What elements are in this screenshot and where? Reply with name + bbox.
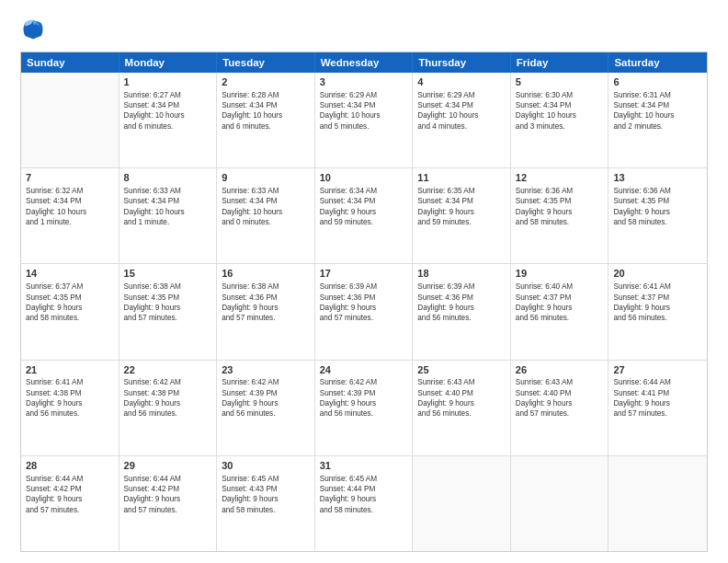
day-number: 13 [613,171,702,185]
calendar-row: 14Sunrise: 6:37 AMSunset: 4:35 PMDayligh… [21,264,707,360]
day-number: 4 [417,75,506,89]
day-number: 24 [320,363,408,377]
calendar-header-day: Friday [511,52,609,73]
calendar-cell: 14Sunrise: 6:37 AMSunset: 4:35 PMDayligh… [21,264,119,359]
calendar-cell [413,456,511,551]
calendar-cell: 13Sunrise: 6:36 AMSunset: 4:35 PMDayligh… [609,168,707,263]
calendar-header-day: Monday [119,52,218,73]
calendar-row: 28Sunrise: 6:44 AMSunset: 4:42 PMDayligh… [21,456,707,551]
calendar-cell: 24Sunrise: 6:42 AMSunset: 4:39 PMDayligh… [315,361,414,455]
day-number: 14 [26,267,114,281]
day-number: 31 [320,459,408,473]
cell-info: Sunrise: 6:29 AMSunset: 4:34 PMDaylight:… [417,90,506,132]
day-number: 3 [320,75,408,89]
cell-info: Sunrise: 6:42 AMSunset: 4:38 PMDaylight:… [124,377,212,419]
day-number: 9 [222,171,310,185]
calendar-cell: 20Sunrise: 6:41 AMSunset: 4:37 PMDayligh… [609,264,707,359]
header [20,17,708,42]
calendar-cell: 23Sunrise: 6:42 AMSunset: 4:39 PMDayligh… [217,361,315,455]
calendar-cell: 4Sunrise: 6:29 AMSunset: 4:34 PMDaylight… [413,73,511,167]
calendar-cell: 18Sunrise: 6:39 AMSunset: 4:36 PMDayligh… [413,264,511,359]
calendar-header-day: Thursday [413,52,511,73]
calendar-cell: 16Sunrise: 6:38 AMSunset: 4:36 PMDayligh… [217,264,315,359]
cell-info: Sunrise: 6:40 AMSunset: 4:37 PMDaylight:… [516,282,604,323]
cell-info: Sunrise: 6:35 AMSunset: 4:34 PMDaylight:… [417,186,506,227]
calendar-row: 7Sunrise: 6:32 AMSunset: 4:34 PMDaylight… [21,168,707,264]
day-number: 5 [516,75,604,89]
day-number: 17 [320,267,408,281]
cell-info: Sunrise: 6:41 AMSunset: 4:38 PMDaylight:… [26,377,114,419]
cell-info: Sunrise: 6:27 AMSunset: 4:34 PMDaylight:… [124,90,212,132]
cell-info: Sunrise: 6:28 AMSunset: 4:34 PMDaylight:… [222,90,310,132]
calendar-cell: 9Sunrise: 6:33 AMSunset: 4:34 PMDaylight… [217,168,315,263]
cell-info: Sunrise: 6:33 AMSunset: 4:34 PMDaylight:… [124,186,212,227]
calendar-cell: 21Sunrise: 6:41 AMSunset: 4:38 PMDayligh… [21,361,119,455]
day-number: 30 [222,459,310,473]
calendar-header-day: Wednesday [315,52,414,73]
cell-info: Sunrise: 6:39 AMSunset: 4:36 PMDaylight:… [417,282,506,323]
calendar-cell: 22Sunrise: 6:42 AMSunset: 4:38 PMDayligh… [119,361,218,455]
calendar-cell: 8Sunrise: 6:33 AMSunset: 4:34 PMDaylight… [119,168,218,263]
day-number: 22 [124,363,212,377]
page: SundayMondayTuesdayWednesdayThursdayFrid… [0,0,728,563]
logo [20,17,50,42]
calendar-cell: 11Sunrise: 6:35 AMSunset: 4:34 PMDayligh… [413,168,511,263]
calendar-cell: 10Sunrise: 6:34 AMSunset: 4:34 PMDayligh… [315,168,414,263]
calendar-cell: 5Sunrise: 6:30 AMSunset: 4:34 PMDaylight… [511,73,609,167]
calendar-cell: 7Sunrise: 6:32 AMSunset: 4:34 PMDaylight… [21,168,119,263]
cell-info: Sunrise: 6:37 AMSunset: 4:35 PMDaylight:… [26,282,114,323]
day-number: 12 [516,171,604,185]
calendar-cell: 27Sunrise: 6:44 AMSunset: 4:41 PMDayligh… [609,361,707,455]
cell-info: Sunrise: 6:30 AMSunset: 4:34 PMDaylight:… [516,90,604,132]
day-number: 29 [124,459,212,473]
cell-info: Sunrise: 6:43 AMSunset: 4:40 PMDaylight:… [516,377,604,419]
day-number: 20 [613,267,702,281]
cell-info: Sunrise: 6:38 AMSunset: 4:36 PMDaylight:… [222,282,310,323]
calendar-cell: 28Sunrise: 6:44 AMSunset: 4:42 PMDayligh… [21,456,119,551]
calendar-cell: 15Sunrise: 6:38 AMSunset: 4:35 PMDayligh… [119,264,218,359]
cell-info: Sunrise: 6:38 AMSunset: 4:35 PMDaylight:… [124,282,212,323]
calendar-cell: 12Sunrise: 6:36 AMSunset: 4:35 PMDayligh… [511,168,609,263]
cell-info: Sunrise: 6:45 AMSunset: 4:43 PMDaylight:… [222,474,310,515]
cell-info: Sunrise: 6:42 AMSunset: 4:39 PMDaylight:… [222,377,310,419]
calendar-header-day: Saturday [609,52,707,73]
calendar-cell: 2Sunrise: 6:28 AMSunset: 4:34 PMDaylight… [217,73,315,167]
day-number: 19 [516,267,604,281]
day-number: 15 [124,267,212,281]
calendar-cell: 1Sunrise: 6:27 AMSunset: 4:34 PMDaylight… [119,73,218,167]
cell-info: Sunrise: 6:43 AMSunset: 4:40 PMDaylight:… [417,377,506,419]
calendar-row: 21Sunrise: 6:41 AMSunset: 4:38 PMDayligh… [21,361,707,456]
day-number: 26 [516,363,604,377]
day-number: 21 [26,363,114,377]
calendar-header-day: Tuesday [217,52,315,73]
calendar-cell [511,456,609,551]
calendar-row: 1Sunrise: 6:27 AMSunset: 4:34 PMDaylight… [21,73,707,168]
day-number: 7 [26,171,114,185]
day-number: 18 [417,267,506,281]
calendar-cell: 3Sunrise: 6:29 AMSunset: 4:34 PMDaylight… [315,73,414,167]
calendar-cell: 31Sunrise: 6:45 AMSunset: 4:44 PMDayligh… [315,456,414,551]
cell-info: Sunrise: 6:31 AMSunset: 4:34 PMDaylight:… [613,90,702,132]
cell-info: Sunrise: 6:36 AMSunset: 4:35 PMDaylight:… [516,186,604,227]
cell-info: Sunrise: 6:33 AMSunset: 4:34 PMDaylight:… [222,186,310,227]
cell-info: Sunrise: 6:45 AMSunset: 4:44 PMDaylight:… [320,474,408,515]
cell-info: Sunrise: 6:32 AMSunset: 4:34 PMDaylight:… [26,186,114,227]
calendar-cell: 19Sunrise: 6:40 AMSunset: 4:37 PMDayligh… [511,264,609,359]
cell-info: Sunrise: 6:29 AMSunset: 4:34 PMDaylight:… [320,90,408,132]
day-number: 28 [26,459,114,473]
calendar-header-day: Sunday [21,52,119,73]
cell-info: Sunrise: 6:36 AMSunset: 4:35 PMDaylight:… [613,186,702,227]
cell-info: Sunrise: 6:39 AMSunset: 4:36 PMDaylight:… [320,282,408,323]
cell-info: Sunrise: 6:44 AMSunset: 4:42 PMDaylight:… [26,474,114,515]
calendar-cell: 29Sunrise: 6:44 AMSunset: 4:42 PMDayligh… [119,456,218,551]
day-number: 6 [613,75,702,89]
calendar-cell: 26Sunrise: 6:43 AMSunset: 4:40 PMDayligh… [511,361,609,455]
cell-info: Sunrise: 6:34 AMSunset: 4:34 PMDaylight:… [320,186,408,227]
day-number: 10 [320,171,408,185]
day-number: 23 [222,363,310,377]
day-number: 27 [613,363,702,377]
calendar-cell: 25Sunrise: 6:43 AMSunset: 4:40 PMDayligh… [413,361,511,455]
calendar-cell: 30Sunrise: 6:45 AMSunset: 4:43 PMDayligh… [217,456,315,551]
calendar-cell [609,456,707,551]
calendar-cell [21,73,119,167]
